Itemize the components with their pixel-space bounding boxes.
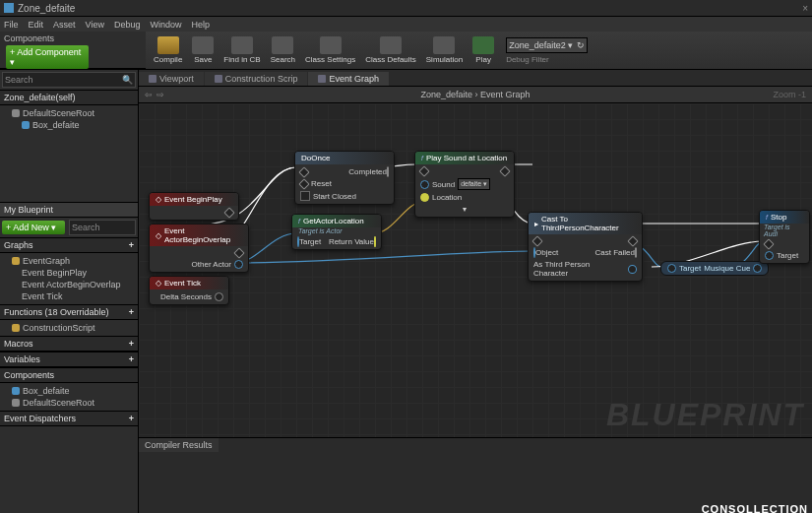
add-new-button[interactable]: + Add New ▾	[2, 221, 65, 234]
tree-box-defaite[interactable]: Box_defaite	[0, 119, 138, 131]
node-stop[interactable]: fStop Target is Audi Target	[759, 210, 810, 264]
play-icon	[472, 36, 494, 54]
box-icon	[22, 121, 30, 129]
startclosed-checkbox[interactable]	[300, 191, 310, 201]
components-root[interactable]: Zone_defaite(self)	[0, 90, 138, 105]
func-icon	[12, 324, 20, 332]
tree-defaultsceneroot[interactable]: DefaultSceneRoot	[0, 107, 138, 119]
components-section[interactable]: Components	[0, 367, 138, 383]
castfailed-pin[interactable]	[635, 247, 637, 258]
crumb-asset[interactable]: Zone_defaite	[420, 90, 472, 99]
tab-viewport[interactable]: Viewport	[139, 72, 204, 86]
exec-out-pin[interactable]	[387, 166, 389, 177]
location-pin[interactable]	[420, 193, 429, 202]
menu-window[interactable]: Window	[150, 20, 181, 30]
search-button[interactable]: Search	[267, 34, 299, 66]
menu-view[interactable]: View	[86, 20, 104, 30]
add-variable-icon[interactable]: +	[129, 354, 134, 364]
zoom-label: Zoom -1	[773, 90, 806, 99]
search-icon	[272, 36, 293, 54]
debug-filter-label: Debug Filter	[506, 55, 588, 64]
add-function-icon[interactable]: +	[129, 307, 134, 317]
tree-comp-box[interactable]: Box_defaite	[0, 385, 138, 397]
graphs-section[interactable]: Graphs+	[0, 237, 138, 253]
simulation-icon	[433, 36, 455, 54]
simulation-button[interactable]: Simulation	[422, 34, 467, 66]
exec-in-pin[interactable]	[763, 238, 774, 249]
chevron-down-icon[interactable]: ▾	[463, 205, 467, 214]
retval-pin[interactable]	[374, 236, 376, 247]
class-settings-button[interactable]: Class Settings	[301, 34, 359, 66]
tree-constructionscript[interactable]: ConstructionScript	[0, 322, 138, 334]
exec-out-pin[interactable]	[627, 235, 638, 246]
scene-icon	[12, 109, 20, 117]
save-icon	[192, 36, 214, 54]
add-graph-icon[interactable]: +	[129, 240, 134, 250]
tab-eventgraph[interactable]: Event Graph	[308, 72, 389, 86]
nav-back-icon[interactable]: ⇦	[145, 90, 153, 99]
close-icon[interactable]: ×	[802, 3, 808, 14]
pin-otheractor[interactable]	[234, 260, 243, 269]
tree-eg-beginplay[interactable]: Event BeginPlay	[0, 267, 138, 279]
tree-eventgraph[interactable]: EventGraph	[0, 255, 138, 267]
exec-in-pin[interactable]	[298, 166, 309, 177]
event-graph-canvas[interactable]: ◇Event BeginPlay ◇Event ActorBeginOverla…	[139, 103, 812, 437]
node-variable-target[interactable]: TargetMusique Cue	[660, 261, 769, 276]
add-component-button[interactable]: + Add Component ▾	[6, 45, 89, 69]
sound-pin[interactable]	[420, 180, 429, 189]
node-doonce[interactable]: DoOnce Completed Reset Start Closed	[294, 151, 395, 205]
menu-edit[interactable]: Edit	[29, 20, 44, 30]
myblueprint-header: My Blueprint	[0, 202, 138, 218]
findcb-button[interactable]: Find in CB	[219, 34, 264, 66]
menu-debug[interactable]: Debug	[114, 20, 141, 30]
node-getactorlocation[interactable]: fGetActorLocation Target is Actor Target…	[291, 214, 382, 250]
mybp-search[interactable]: Search	[69, 220, 136, 235]
components-header: Components + Add Component ▾	[0, 32, 146, 69]
target-pin[interactable]	[765, 251, 774, 260]
node-event-overlap[interactable]: ◇Event ActorBeginOverlap Other Actor	[149, 224, 249, 273]
exec-out-pin[interactable]	[233, 247, 244, 258]
nav-fwd-icon[interactable]: ⇨	[156, 90, 164, 99]
crumb-graph[interactable]: Event Graph	[480, 90, 531, 99]
exec-in-pin[interactable]	[418, 165, 429, 176]
save-button[interactable]: Save	[188, 34, 218, 66]
dispatchers-section[interactable]: Event Dispatchers+	[0, 411, 138, 426]
node-event-tick[interactable]: ◇Event Tick Delta Seconds	[149, 276, 229, 305]
as-pin[interactable]	[628, 265, 637, 274]
sound-select[interactable]: defaite ▾	[458, 178, 490, 190]
class-defaults-button[interactable]: Class Defaults	[361, 34, 420, 66]
tree-eg-tick[interactable]: Event Tick	[0, 290, 138, 302]
add-macro-icon[interactable]: +	[129, 339, 134, 349]
exec-out-pin[interactable]	[223, 207, 234, 218]
debug-object-select[interactable]: Zone_defaite2 ▾↻	[506, 37, 588, 53]
pin-delta[interactable]	[215, 292, 223, 301]
reset-pin[interactable]	[298, 178, 309, 189]
exec-in-pin[interactable]	[531, 235, 542, 246]
compiler-results-tab[interactable]: Compiler Results	[139, 438, 219, 452]
tree-eg-overlap[interactable]: Event ActorBeginOverlap	[0, 279, 138, 290]
graph-icon	[318, 75, 326, 83]
left-panel: Search🔍 Zone_defaite(self) DefaultSceneR…	[0, 70, 139, 513]
menu-help[interactable]: Help	[191, 20, 210, 30]
target-out-pin[interactable]	[753, 264, 762, 273]
node-event-beginplay[interactable]: ◇Event BeginPlay	[149, 192, 239, 221]
node-cast-thirdperson[interactable]: ▸Cast To ThirdPersonCharacter ObjectCast…	[528, 212, 643, 282]
compile-button[interactable]: Compile	[150, 34, 186, 66]
menu-asset[interactable]: Asset	[53, 20, 76, 30]
window-title: Zone_defaite	[18, 3, 75, 14]
exec-out-pin[interactable]	[499, 165, 510, 176]
node-playsound[interactable]: fPlay Sound at Location Sounddefaite ▾ L…	[414, 151, 515, 218]
components-search[interactable]: Search🔍	[2, 72, 136, 88]
target-in-pin[interactable]	[667, 264, 676, 273]
play-button[interactable]: Play	[468, 34, 498, 66]
macros-section[interactable]: Macros+	[0, 336, 138, 352]
variables-section[interactable]: Variables+	[0, 352, 138, 367]
tree-comp-root[interactable]: DefaultSceneRoot	[0, 397, 138, 409]
blueprint-watermark: BLUEPRINT	[606, 397, 804, 433]
menu-file[interactable]: File	[4, 20, 19, 30]
functions-section[interactable]: Functions (18 Overridable)+	[0, 304, 138, 320]
tab-construction[interactable]: Construction Scrip	[205, 72, 308, 86]
add-dispatcher-icon[interactable]: +	[129, 414, 134, 423]
compile-icon	[157, 36, 179, 54]
compiler-results-panel: Compiler Results	[139, 437, 812, 513]
